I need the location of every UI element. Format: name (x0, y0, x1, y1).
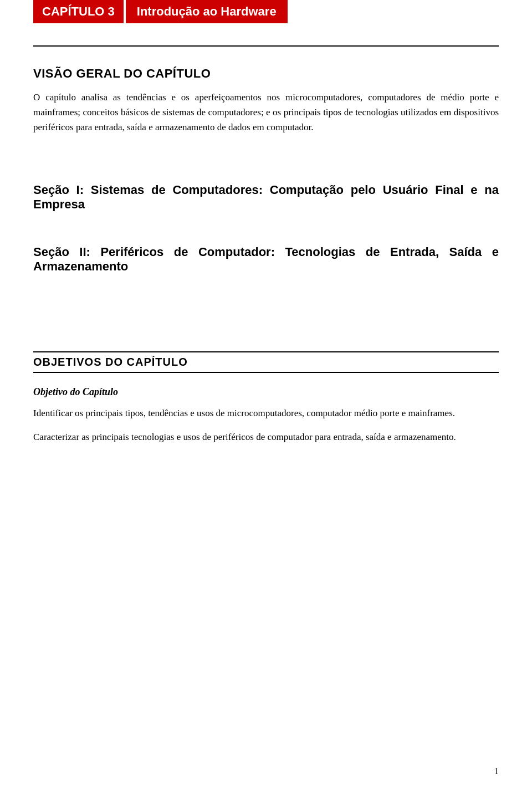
objectives-title: OBJETIVOS DO CAPÍTULO (33, 356, 188, 368)
section-i-heading: Seção I: Sistemas de Computadores: Compu… (33, 183, 499, 212)
header-divider (33, 45, 499, 47)
objective-item-1: Caracterizar as principais tecnologias e… (33, 429, 499, 444)
page-number: 1 (494, 766, 499, 776)
spacer1 (33, 144, 499, 166)
chapter-number-box: CAPÍTULO 3 (33, 0, 124, 23)
chapter-title-box: Introdução ao Hardware (126, 0, 288, 23)
objectives-header-bar: OBJETIVOS DO CAPÍTULO (33, 351, 499, 373)
chapter-number: CAPÍTULO 3 (42, 4, 115, 19)
spacer2 (33, 217, 499, 228)
overview-title: VISÃO GERAL DO CAPÍTULO (33, 66, 499, 81)
objective-item-0: Identificar os principais tipos, tendênc… (33, 406, 499, 421)
chapter-header: CAPÍTULO 3 Introdução ao Hardware (33, 0, 499, 23)
spacer3 (33, 279, 499, 301)
spacer4 (33, 301, 499, 324)
objective-label: Objetivo do Capítulo (33, 386, 499, 398)
page: CAPÍTULO 3 Introdução ao Hardware VISÃO … (0, 0, 532, 793)
section-ii-heading: Seção II: Periféricos de Computador: Tec… (33, 245, 499, 274)
chapter-title: Introdução ao Hardware (137, 4, 277, 19)
overview-body: O capítulo analisa as tendências e os ap… (33, 90, 499, 135)
